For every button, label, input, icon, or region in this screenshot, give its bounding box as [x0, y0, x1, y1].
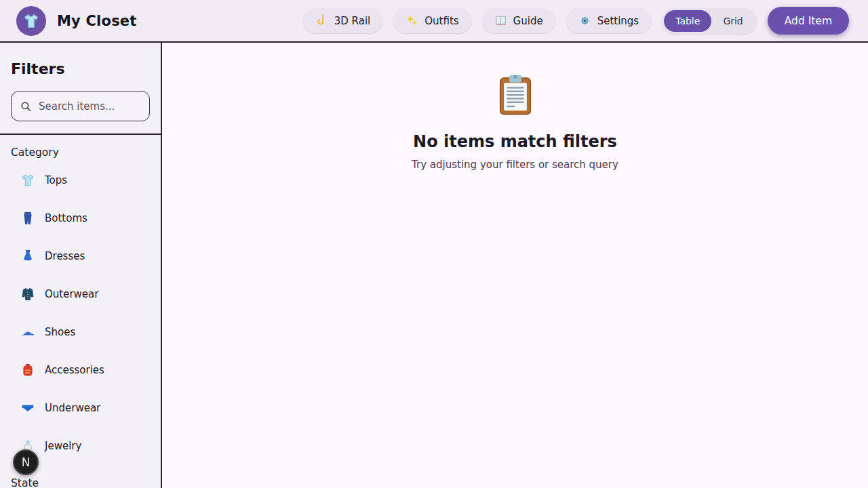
category-label: Shoes — [45, 326, 75, 338]
category-underwear[interactable]: Underwear — [11, 389, 150, 427]
header-nav: 3D Rail Outfits Guide Settings — [303, 7, 849, 35]
category-tops[interactable]: Tops — [11, 161, 150, 199]
category-label: Outerwear — [45, 288, 98, 300]
view-toggle-table[interactable]: Table — [664, 10, 711, 32]
open-book-icon — [494, 14, 507, 27]
search-box — [11, 91, 150, 121]
empty-state-subtitle: Try adjusting your filters or search que… — [412, 159, 618, 171]
empty-state-title: No items match filters — [412, 132, 618, 151]
filters-heading: Filters — [11, 60, 150, 77]
sidebar: Filters Category Tops — [0, 43, 162, 488]
nav-label: Guide — [513, 15, 543, 27]
dress-icon — [20, 249, 35, 264]
category-bottoms[interactable]: Bottoms — [11, 199, 150, 237]
nav-3d-rail-button[interactable]: 3D Rail — [303, 8, 382, 33]
app-title: My Closet — [57, 13, 137, 29]
category-label: Jewelry — [45, 440, 81, 452]
nav-outfits-button[interactable]: Outfits — [393, 8, 471, 33]
sparkles-icon — [406, 14, 418, 27]
nextjs-dev-badge[interactable]: N — [13, 449, 39, 475]
nav-guide-button[interactable]: Guide — [482, 8, 555, 33]
category-list: Tops Bottoms Dresses — [11, 161, 150, 465]
state-section-label: State — [11, 477, 150, 488]
clipboard-icon — [496, 74, 535, 117]
category-label: Dresses — [45, 250, 85, 262]
view-toggle: Table Grid — [662, 8, 757, 34]
main-content: No items match filters Try adjusting you… — [162, 43, 868, 488]
category-label: Underwear — [45, 402, 100, 414]
hook-icon — [315, 14, 328, 27]
category-shoes[interactable]: Shoes — [11, 313, 150, 351]
category-dresses[interactable]: Dresses — [11, 237, 150, 275]
briefs-icon — [20, 401, 35, 415]
tshirt-icon — [20, 173, 35, 188]
header: My Closet 3D Rail Outfits Guide — [0, 0, 868, 43]
category-accessories[interactable]: Accessories — [11, 351, 150, 389]
sneaker-icon — [20, 325, 35, 340]
category-outerwear[interactable]: Outerwear — [11, 275, 150, 313]
jeans-icon — [20, 211, 35, 226]
gear-icon — [578, 14, 591, 27]
nav-label: Settings — [597, 15, 639, 27]
view-toggle-grid[interactable]: Grid — [711, 10, 754, 32]
category-section-label: Category — [11, 146, 150, 159]
empty-state: No items match filters Try adjusting you… — [412, 74, 618, 171]
nav-label: 3D Rail — [334, 15, 370, 27]
tshirt-icon — [22, 12, 40, 30]
backpack-icon — [20, 363, 35, 378]
category-label: Accessories — [45, 364, 104, 376]
nav-settings-button[interactable]: Settings — [566, 8, 652, 33]
search-input[interactable] — [11, 91, 150, 121]
add-item-button[interactable]: Add Item — [768, 7, 849, 35]
coat-icon — [20, 287, 35, 302]
category-label: Bottoms — [45, 212, 87, 224]
nav-label: Outfits — [425, 15, 458, 27]
content-area: Filters Category Tops — [0, 43, 868, 488]
app-logo — [16, 6, 46, 36]
app-root: My Closet 3D Rail Outfits Guide — [0, 0, 868, 488]
sidebar-divider — [0, 134, 161, 135]
category-label: Tops — [45, 174, 67, 186]
